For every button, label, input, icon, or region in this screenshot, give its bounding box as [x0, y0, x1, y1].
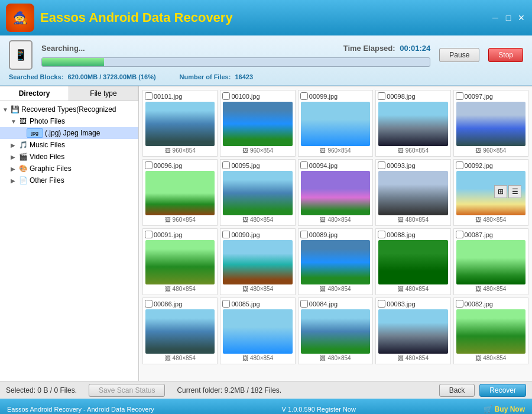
file-checkbox[interactable]	[222, 231, 230, 238]
file-thumbnail	[145, 102, 215, 146]
tree-video[interactable]: ▶ 🎬 Video Files	[0, 151, 138, 163]
file-item[interactable]: 00097.jpg 🖼960×854	[453, 90, 528, 157]
file-item[interactable]: 00089.jpg 🖼480×854	[298, 228, 373, 295]
save-scan-button[interactable]: Save Scan Status	[89, 384, 165, 397]
file-grid: 00101.jpg 🖼960×854 00100.jpg 🖼960×854 00…	[141, 89, 530, 366]
file-checkbox[interactable]	[145, 92, 153, 100]
app-name-highlight: Data Recovery	[142, 10, 233, 25]
file-item[interactable]: 00091.jpg 🖼480×854	[142, 228, 218, 295]
graphic-icon: 🎨	[18, 164, 28, 173]
tree-photo-label: Photo Files	[30, 117, 65, 125]
file-checkbox[interactable]	[378, 161, 385, 169]
file-checkbox[interactable]	[300, 161, 308, 169]
tree-graphic[interactable]: ▶ 🎨 Graphic Files	[0, 163, 138, 174]
file-checkbox[interactable]	[145, 161, 153, 169]
file-area[interactable]: 00101.jpg 🖼960×854 00100.jpg 🖼960×854 00…	[139, 86, 532, 381]
file-checkbox[interactable]	[456, 300, 463, 308]
tree-photo[interactable]: ▼ 🖼 Photo Files	[0, 115, 138, 127]
file-checkbox[interactable]	[378, 231, 385, 238]
file-item[interactable]: 00084.jpg 🖼480×854	[298, 297, 373, 364]
tree-music[interactable]: ▶ 🎵 Music Files	[0, 139, 138, 151]
file-thumbnail	[456, 102, 525, 146]
file-item[interactable]: 00096.jpg 🖼960×854	[142, 159, 218, 226]
file-item[interactable]: 00094.jpg 🖼480×854	[298, 159, 373, 226]
file-checkbox[interactable]	[456, 231, 463, 238]
search-bottom: Searched Blocks: 620.00MB / 3728.00MB (1…	[9, 73, 523, 80]
expand-icon: ▶	[11, 166, 17, 172]
file-dimensions: 🖼480×854	[475, 216, 506, 223]
title-bar-left: 🧙 Eassos Android Data Recovery	[6, 4, 233, 32]
file-dimensions: 🖼480×854	[165, 355, 196, 361]
file-checkbox[interactable]	[456, 161, 463, 169]
stop-button[interactable]: Stop	[488, 48, 523, 62]
search-top: 📱 Searching... Time Elapsed: 00:01:24 Pa…	[9, 40, 523, 70]
file-item[interactable]: 00093.jpg 🖼480×854	[375, 159, 450, 226]
sidebar: Directory File type ▼ 💾 Recovered Types(…	[0, 86, 139, 381]
file-item[interactable]: 00087.jpg 🖼480×854	[453, 228, 528, 295]
photo-icon: 🖼	[18, 117, 28, 126]
tab-directory[interactable]: Directory	[0, 86, 69, 101]
tree-other[interactable]: ▶ 📄 Other Files	[0, 174, 138, 186]
pause-button[interactable]: Pause	[439, 48, 479, 62]
file-item[interactable]: 00085.jpg 🖼480×854	[220, 297, 295, 364]
file-dimensions: 🖼960×854	[242, 147, 273, 154]
expand-icon: ▶	[11, 177, 17, 184]
list-view-button[interactable]: ☰	[508, 185, 521, 198]
searched-blocks-stat: Searched Blocks: 620.00MB / 3728.00MB (1…	[9, 73, 156, 80]
file-item[interactable]: 00100.jpg 🖼960×854	[220, 90, 295, 157]
file-dimensions: 🖼480×854	[398, 355, 429, 361]
file-checkbox[interactable]	[300, 92, 308, 100]
file-checkbox[interactable]	[222, 300, 230, 308]
back-button[interactable]: Back	[439, 384, 475, 397]
buy-now-button[interactable]: 🛒 Buy Now	[484, 405, 525, 413]
file-item[interactable]: 00101.jpg 🖼960×854	[142, 90, 218, 157]
file-checkbox[interactable]	[145, 300, 153, 308]
file-checkbox[interactable]	[456, 92, 463, 100]
file-thumbnail	[378, 240, 447, 284]
jpeg-icon: jpg	[27, 128, 43, 138]
file-item[interactable]: 00099.jpg 🖼960×854	[298, 90, 373, 157]
file-item[interactable]: 00090.jpg 🖼480×854	[220, 228, 295, 295]
time-value: 00:01:24	[400, 44, 430, 53]
file-checkbox[interactable]	[145, 231, 153, 238]
logo-icon: 🧙	[13, 11, 28, 25]
search-area: 📱 Searching... Time Elapsed: 00:01:24 Pa…	[0, 35, 532, 86]
recover-button[interactable]: Recover	[479, 384, 526, 397]
file-thumbnail	[145, 240, 215, 284]
file-dimensions: 🖼480×854	[242, 286, 273, 292]
file-dimensions: 🖼960×854	[320, 147, 351, 154]
file-dimensions: 🖼480×854	[320, 216, 351, 223]
file-checkbox[interactable]	[300, 231, 308, 238]
selected-status: Selected: 0 B / 0 Files.	[6, 386, 77, 394]
file-thumbnail	[145, 309, 215, 354]
file-thumbnail	[378, 171, 447, 215]
tab-filetype[interactable]: File type	[69, 86, 138, 101]
file-item[interactable]: 00083.jpg 🖼480×854	[375, 297, 450, 364]
file-item[interactable]: 00095.jpg 🖼480×854	[220, 159, 295, 226]
close-button[interactable]: ✕	[517, 13, 526, 22]
file-thumbnail	[223, 102, 292, 146]
file-checkbox[interactable]	[378, 92, 385, 100]
file-thumbnail	[301, 240, 370, 284]
file-checkbox[interactable]	[300, 300, 308, 308]
progress-bar-fill	[42, 58, 104, 66]
tree-root[interactable]: ▼ 💾 Recovered Types(Recognized	[0, 104, 138, 115]
minimize-button[interactable]: ─	[491, 13, 500, 22]
file-item[interactable]: 00088.jpg 🖼480×854	[375, 228, 450, 295]
search-info: Searching... Time Elapsed: 00:01:24	[41, 44, 430, 67]
file-dimensions: 🖼960×854	[475, 147, 506, 154]
file-checkbox[interactable]	[378, 300, 385, 308]
file-item[interactable]: 00086.jpg 🖼480×854	[142, 297, 218, 364]
phone-icon: 📱	[9, 40, 33, 70]
tree-jpeg[interactable]: jpg (.jpg) Jpeg Image	[0, 127, 138, 139]
expand-icon: ▼	[11, 118, 17, 125]
grid-view-button[interactable]: ⊞	[494, 185, 507, 198]
file-item[interactable]: 00082.jpg 🖼480×854	[453, 297, 528, 364]
restore-button[interactable]: □	[504, 13, 513, 22]
file-checkbox[interactable]	[222, 92, 230, 100]
file-item[interactable]: 00098.jpg 🖼960×854	[375, 90, 450, 157]
bottom-bar: Eassos Android Recovery - Android Data R…	[0, 399, 532, 414]
tree-root-label: Recovered Types(Recognized	[21, 105, 116, 114]
file-dimensions: 🖼960×854	[398, 147, 429, 154]
file-checkbox[interactable]	[222, 161, 230, 169]
